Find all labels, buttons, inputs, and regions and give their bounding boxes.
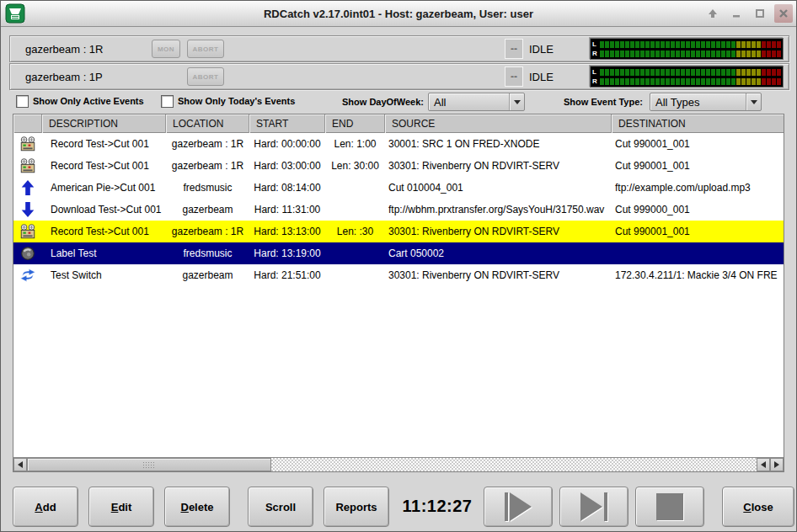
monitor-button[interactable]: MON: [152, 40, 180, 58]
event-table: DESCRIPTION LOCATION START END SOURCE DE…: [13, 114, 784, 472]
deck-channel-indicator: --: [505, 66, 523, 87]
edit-button[interactable]: Edit: [88, 487, 154, 527]
wall-clock: 11:12:27: [393, 487, 481, 525]
event-location: fredsmusic: [166, 182, 249, 194]
meter-segments: [600, 78, 781, 85]
meter-segments: [600, 69, 781, 76]
chevron-down-icon: [746, 93, 761, 110]
arrow-left-icon: [761, 461, 766, 468]
event-description: Test Switch: [42, 269, 166, 281]
eventtype-value: All Types: [650, 96, 746, 109]
play-deck-panel: gazerbeam : 1P ABORT -- IDLE L R: [9, 63, 789, 90]
column-header-location[interactable]: LOCATION: [166, 114, 249, 133]
event-table-row[interactable]: American Pie->Cut 001 fredsmusic Hard: 0…: [13, 177, 784, 199]
play-next-button[interactable]: [559, 487, 629, 527]
event-end: Len: 30:00: [325, 160, 385, 172]
event-source: 30301: Rivenberry ON RDVIRT-SERV: [385, 269, 612, 281]
event-description: Record Test->Cut 001: [42, 226, 166, 237]
event-end: Len: 1:00: [325, 138, 385, 150]
close-icon: [778, 8, 789, 19]
upload-event-icon: [19, 180, 36, 195]
meter-segments: [600, 51, 781, 57]
event-location: gazerbeam: [166, 204, 249, 215]
eventtype-select[interactable]: All Types: [650, 93, 762, 111]
minimize-window-button[interactable]: [727, 4, 746, 23]
audio-level-meter: L R: [590, 66, 784, 88]
dayofweek-select[interactable]: All: [428, 93, 525, 111]
column-header-end[interactable]: END: [325, 114, 385, 133]
dayofweek-label: Show DayOfWeek:: [342, 97, 424, 107]
event-description: Record Test->Cut 001: [42, 160, 166, 172]
close-window-button[interactable]: [774, 4, 793, 23]
event-start: Hard: 21:51:00: [249, 269, 325, 281]
scrollbar-track[interactable]: [271, 458, 757, 471]
show-today-events-checkbox[interactable]: [161, 95, 174, 108]
minimize-icon: [731, 8, 741, 19]
record-event-icon: [19, 224, 36, 239]
play-button[interactable]: [484, 487, 553, 527]
dayofweek-value: All: [429, 96, 509, 109]
event-location: gazerbeam : 1R: [166, 226, 249, 237]
deck-name: gazerbeam : 1P: [25, 71, 152, 83]
event-source: 30301: Rivenberry ON RDVIRT-SERV: [385, 226, 612, 237]
abort-button[interactable]: ABORT: [187, 67, 224, 86]
event-table-row[interactable]: Record Test->Cut 001 gazerbeam : 1R Hard…: [13, 221, 784, 242]
event-table-row[interactable]: Test Switch gazerbeam Hard: 21:51:00 303…: [13, 264, 784, 286]
event-description: American Pie->Cut 001: [42, 182, 166, 194]
event-source: 30301: Rivenberry ON RDVIRT-SERV: [385, 160, 612, 172]
record-event-icon: [19, 136, 36, 152]
shade-icon: [708, 8, 718, 19]
event-start: Hard: 13:13:00: [249, 226, 325, 237]
event-start: Hard: 08:14:00: [249, 182, 325, 194]
deck-channel-indicator: --: [505, 39, 523, 59]
stop-button[interactable]: [635, 487, 704, 527]
scroll-button[interactable]: Scroll: [248, 487, 313, 527]
horizontal-scrollbar[interactable]: [13, 457, 784, 471]
show-active-events-label: Show Only Active Events: [33, 96, 144, 106]
event-description: Label Test: [42, 247, 166, 259]
event-table-row[interactable]: Record Test->Cut 001 gazerbeam : 1R Hard…: [13, 133, 784, 155]
event-table-row[interactable]: Download Test->Cut 001 gazerbeam Hard: 1…: [13, 199, 784, 221]
column-header-description[interactable]: DESCRIPTION: [42, 114, 166, 133]
event-source: ftp://wbhm.prxtransfer.org/SaysYouH/3175…: [385, 204, 612, 215]
event-destination: 172.30.4.211/1: Mackie 3/4 ON FRE: [612, 269, 784, 281]
event-start: Hard: 13:19:00: [249, 247, 325, 259]
event-location: gazerbeam : 1R: [166, 160, 249, 172]
event-description: Record Test->Cut 001: [42, 138, 166, 150]
meter-right-label: R: [592, 50, 600, 57]
add-button[interactable]: Add: [13, 487, 78, 527]
scroll-left-button-2[interactable]: [757, 458, 770, 471]
chevron-down-icon: [509, 93, 524, 110]
deck-name: gazerbeam : 1R: [25, 43, 152, 56]
audio-level-meter: L R: [590, 38, 784, 60]
show-today-events-label: Show Only Today's Events: [178, 96, 295, 106]
eventtype-label: Show Event Type:: [564, 97, 643, 107]
maximize-icon: [755, 8, 765, 19]
marker-event-icon: [19, 246, 36, 261]
column-header-source[interactable]: SOURCE: [385, 114, 612, 133]
download-event-icon: [19, 202, 36, 217]
event-location: gazerbeam : 1R: [166, 138, 249, 150]
event-destination: Cut 999000_001: [612, 204, 784, 215]
close-button[interactable]: Close: [722, 487, 794, 527]
column-header-destination[interactable]: DESTINATION: [612, 114, 784, 133]
shade-window-button[interactable]: [703, 4, 722, 23]
reports-button[interactable]: Reports: [324, 487, 389, 527]
show-active-events-checkbox[interactable]: [16, 95, 29, 108]
window-title: RDCatch v2.17.0int01 - Host: gazerbeam, …: [1, 8, 796, 20]
scrollbar-thumb[interactable]: [27, 458, 271, 471]
event-table-row[interactable]: Label Test fredsmusic Hard: 13:19:00 Car…: [13, 242, 784, 264]
scroll-right-button[interactable]: [770, 458, 784, 471]
abort-button[interactable]: ABORT: [187, 40, 224, 58]
event-destination: Cut 990001_001: [612, 160, 784, 172]
scrollbar-grip-icon: [142, 461, 156, 469]
delete-button[interactable]: Delete: [164, 487, 230, 527]
event-table-row[interactable]: Record Test->Cut 001 gazerbeam : 1R Hard…: [13, 155, 784, 177]
column-header-start[interactable]: START: [249, 114, 325, 133]
event-start: Hard: 11:31:00: [249, 204, 325, 215]
maximize-window-button[interactable]: [751, 4, 769, 23]
arrow-right-icon: [774, 461, 779, 468]
event-source: Cart 050002: [385, 247, 612, 259]
scroll-left-button[interactable]: [13, 458, 27, 471]
column-header-icon[interactable]: [13, 114, 42, 133]
